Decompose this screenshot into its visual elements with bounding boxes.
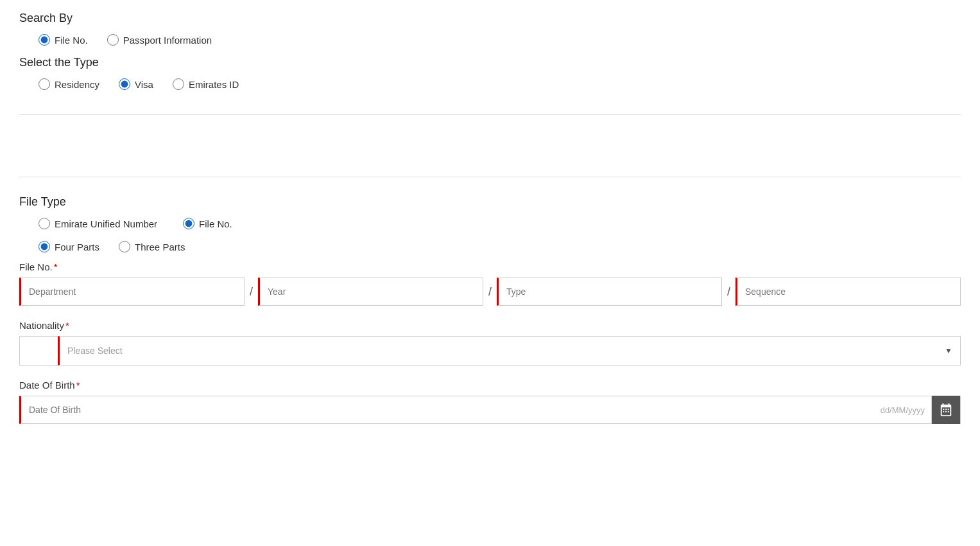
parts-three-label: Three Parts xyxy=(135,242,185,252)
file-no-field: File No.* / / / xyxy=(19,261,961,306)
nationality-select[interactable]: Please Select xyxy=(60,337,960,365)
type-visa-radio[interactable] xyxy=(119,78,130,90)
parts-three[interactable]: Three Parts xyxy=(119,241,185,252)
file-type-emirate-unified[interactable]: Emirate Unified Number xyxy=(39,218,157,229)
slash-2: / xyxy=(483,277,497,306)
middle-gap xyxy=(19,127,961,165)
dob-input[interactable] xyxy=(21,396,874,423)
type-residency-radio[interactable] xyxy=(39,78,50,90)
nationality-row: Please Select ▼ xyxy=(19,336,961,365)
type-residency[interactable]: Residency xyxy=(39,78,99,90)
divider-bottom xyxy=(19,177,961,177)
file-type-title: File Type xyxy=(19,195,961,209)
search-by-fileno[interactable]: File No. xyxy=(39,34,88,46)
search-by-fileno-label: File No. xyxy=(55,35,88,46)
search-by-fileno-radio[interactable] xyxy=(39,34,50,46)
file-type-emirate-unified-radio[interactable] xyxy=(39,218,50,229)
divider-top xyxy=(19,114,961,115)
nationality-label: Nationality* xyxy=(19,320,961,331)
type-visa-label: Visa xyxy=(135,79,153,90)
dob-required: * xyxy=(76,380,80,391)
slash-1: / xyxy=(245,277,258,306)
type-emiratesid-label: Emirates ID xyxy=(189,79,239,90)
file-type-options: Emirate Unified Number File No. xyxy=(39,218,961,229)
type-residency-label: Residency xyxy=(55,79,99,90)
file-no-required: * xyxy=(54,261,58,272)
parts-four-label: Four Parts xyxy=(55,242,99,252)
sequence-input[interactable] xyxy=(735,277,961,306)
parts-four[interactable]: Four Parts xyxy=(39,241,99,252)
search-by-title: Search By xyxy=(19,12,961,25)
file-no-label: File No.* xyxy=(19,261,961,272)
file-no-department xyxy=(19,277,245,306)
file-type-fileno-label: File No. xyxy=(199,218,232,229)
file-no-sequence xyxy=(735,277,961,306)
nationality-field: Nationality* Please Select ▼ xyxy=(19,320,961,365)
department-input[interactable] xyxy=(19,277,245,306)
file-type-fileno[interactable]: File No. xyxy=(183,218,232,229)
select-type-options: Residency Visa Emirates ID xyxy=(39,78,961,90)
type-visa[interactable]: Visa xyxy=(119,78,153,90)
file-type-fileno-radio[interactable] xyxy=(183,218,194,229)
type-emiratesid[interactable]: Emirates ID xyxy=(173,78,239,90)
file-no-row: / / / xyxy=(19,277,961,306)
slash-3: / xyxy=(722,277,735,306)
file-no-year xyxy=(258,277,483,306)
dob-row: dd/MM/yyyy xyxy=(19,396,961,424)
calendar-button[interactable] xyxy=(932,396,960,424)
search-by-passport-label: Passport Information xyxy=(123,35,212,46)
type-emiratesid-radio[interactable] xyxy=(173,78,184,90)
parts-options: Four Parts Three Parts xyxy=(39,241,961,252)
search-by-passport-radio[interactable] xyxy=(107,34,119,46)
file-type-emirate-unified-label: Emirate Unified Number xyxy=(55,218,157,229)
search-by-passport[interactable]: Passport Information xyxy=(107,34,212,46)
date-of-birth-field: Date Of Birth* dd/MM/yyyy xyxy=(19,380,961,424)
select-type-title: Select the Type xyxy=(19,56,961,69)
parts-three-radio[interactable] xyxy=(119,241,130,252)
dob-label: Date Of Birth* xyxy=(19,380,961,391)
nationality-required: * xyxy=(65,320,69,331)
nationality-select-wrap[interactable]: Please Select ▼ xyxy=(58,336,961,365)
search-by-options: File No. Passport Information xyxy=(39,34,961,46)
calendar-icon xyxy=(939,403,953,417)
dob-format: dd/MM/yyyy xyxy=(874,396,932,423)
year-input[interactable] xyxy=(258,277,483,306)
parts-four-radio[interactable] xyxy=(39,241,50,252)
type-input[interactable] xyxy=(497,277,722,306)
nationality-flag-box xyxy=(19,336,58,365)
file-no-type xyxy=(497,277,722,306)
